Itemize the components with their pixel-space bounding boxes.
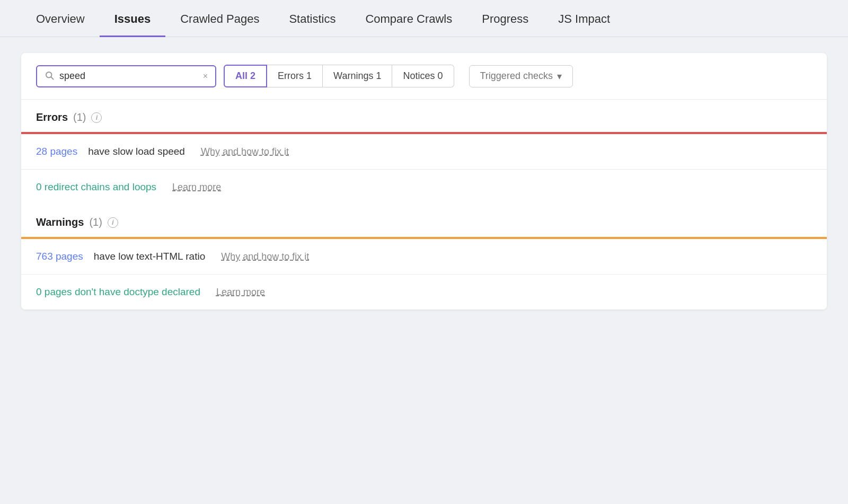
slow-load-fix-link[interactable]: Why and how to fix it [201, 146, 289, 157]
warnings-section-header: Warnings (1) i [21, 205, 827, 237]
redirect-chains-learn-more-link[interactable]: Learn more [172, 182, 221, 193]
errors-count: (1) [73, 111, 86, 123]
redirect-chains-link[interactable]: 0 redirect chains and loops [36, 181, 156, 193]
tab-crawled-pages[interactable]: Crawled Pages [165, 1, 274, 37]
warnings-label: Warnings [36, 216, 84, 228]
low-text-ratio-description: have low text-HTML ratio [94, 251, 205, 262]
errors-section: Errors (1) i 28 pages have slow load spe… [21, 100, 827, 205]
slow-load-link[interactable]: 28 pages [36, 146, 77, 157]
main-content: × All 2 Errors 1 Warnings 1 Notices 0 [0, 37, 848, 325]
issue-row-no-doctype: 0 pages don't have doctype declared Lear… [21, 275, 827, 310]
tab-progress[interactable]: Progress [467, 1, 543, 37]
no-doctype-learn-more-link[interactable]: Learn more [216, 287, 265, 298]
issues-card: × All 2 Errors 1 Warnings 1 Notices 0 [21, 53, 827, 310]
search-wrapper: × [36, 65, 216, 87]
errors-label: Errors [36, 111, 68, 123]
tab-issues[interactable]: Issues [100, 1, 166, 37]
warnings-title: Warnings (1) i [36, 216, 812, 228]
search-icon [45, 70, 54, 82]
triggered-checks-button[interactable]: Triggered checks ▾ [469, 65, 573, 87]
errors-section-header: Errors (1) i [21, 100, 827, 132]
filter-notices-button[interactable]: Notices 0 [392, 65, 454, 87]
no-doctype-link[interactable]: 0 pages don't have doctype declared [36, 286, 200, 298]
filter-warnings-button[interactable]: Warnings 1 [323, 65, 392, 87]
tab-statistics[interactable]: Statistics [274, 1, 350, 37]
filter-errors-button[interactable]: Errors 1 [267, 65, 323, 87]
warnings-info-icon[interactable]: i [108, 217, 118, 228]
tab-js-impact[interactable]: JS Impact [543, 1, 625, 37]
issue-row-redirect-chains: 0 redirect chains and loops Learn more [21, 170, 827, 205]
low-text-ratio-link[interactable]: 763 pages [36, 251, 83, 262]
triggered-checks-label: Triggered checks [480, 70, 553, 82]
slow-load-description: have slow load speed [88, 146, 185, 157]
filters-bar: × All 2 Errors 1 Warnings 1 Notices 0 [21, 53, 827, 100]
tab-compare-crawls[interactable]: Compare Crawls [350, 1, 467, 37]
issue-row-low-text-ratio: 763 pages have low text-HTML ratio Why a… [21, 239, 827, 275]
errors-info-icon[interactable]: i [91, 112, 102, 123]
issue-row-slow-load: 28 pages have slow load speed Why and ho… [21, 134, 827, 170]
errors-title: Errors (1) i [36, 111, 812, 123]
search-input[interactable] [59, 70, 198, 82]
chevron-down-icon: ▾ [557, 70, 562, 82]
filter-buttons: All 2 Errors 1 Warnings 1 Notices 0 [224, 65, 454, 87]
warnings-count: (1) [89, 216, 102, 228]
top-nav: Overview Issues Crawled Pages Statistics… [0, 0, 848, 37]
warnings-section: Warnings (1) i 763 pages have low text-H… [21, 205, 827, 310]
filter-all-button[interactable]: All 2 [224, 65, 267, 87]
low-text-ratio-fix-link[interactable]: Why and how to fix it [221, 251, 309, 262]
tab-overview[interactable]: Overview [21, 1, 100, 37]
clear-search-icon[interactable]: × [203, 72, 208, 81]
svg-line-1 [51, 77, 53, 79]
